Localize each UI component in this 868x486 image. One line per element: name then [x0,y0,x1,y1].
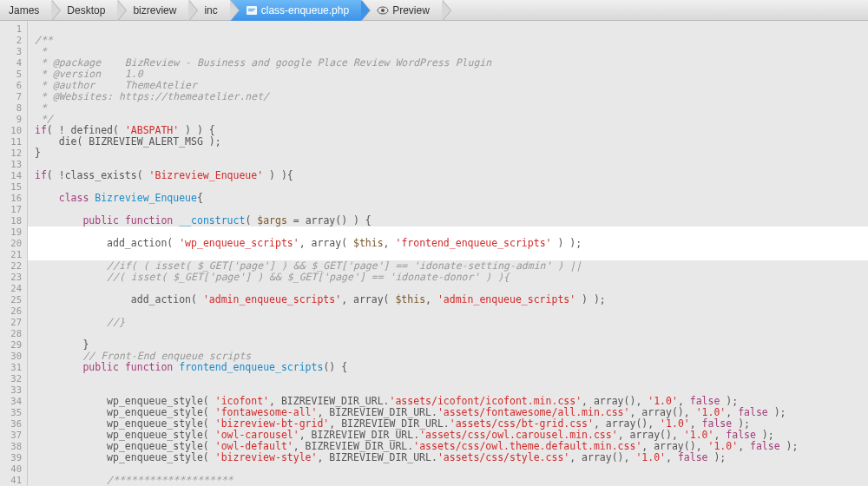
line-number: 18 [0,215,27,227]
line-number: 30 [0,351,27,362]
line-number: 21 [0,249,27,260]
line-number: 36 [0,418,27,430]
code-line[interactable]: add_action( 'wp_enqueue_scripts', array(… [28,238,868,249]
line-number-gutter: 1234567891011121314151617181920212223242… [0,21,28,486]
breadcrumb: James Desktop bizreview inc class-enqueu… [0,0,868,21]
line-number: 4 [0,57,27,69]
eye-icon [377,4,389,16]
code-line[interactable]: public function frontend_enqueue_scripts… [28,362,868,373]
line-number: 24 [0,283,27,294]
code-line[interactable] [28,23,868,35]
code-line[interactable] [28,305,868,317]
code-line[interactable]: * @Websites: https://themeatelier.net/ [28,91,868,102]
line-number: 26 [0,305,27,317]
code-line[interactable]: add_action( 'admin_enqueue_scripts', arr… [28,294,868,305]
line-number: 16 [0,193,27,204]
code-line[interactable] [28,373,868,384]
code-line[interactable]: } [28,148,868,159]
line-number: 12 [0,148,27,159]
line-number: 32 [0,373,27,384]
code-line[interactable]: //} [28,317,868,328]
line-number: 13 [0,159,27,170]
line-number: 17 [0,204,27,215]
line-number: 15 [0,181,27,193]
line-number: 28 [0,328,27,339]
line-number: 9 [0,114,27,125]
line-number: 20 [0,238,27,249]
crumb-bizreview[interactable]: bizreview [117,0,188,21]
line-number: 23 [0,272,27,283]
line-number: 38 [0,441,27,452]
line-number: 40 [0,463,27,475]
crumb-james[interactable]: James [0,0,51,21]
line-number: 35 [0,407,27,418]
code-line[interactable]: if( !class_exists( 'Bizreview_Enqueue' )… [28,170,868,181]
line-number: 2 [0,35,27,46]
code-line[interactable]: class Bizreview_Enqueue{ [28,193,868,204]
code-line[interactable]: /** [28,35,868,46]
line-number: 3 [0,46,27,57]
code-area[interactable]: /** * * @package BizReview - Business an… [28,21,868,486]
code-line[interactable]: * [28,102,868,114]
svg-rect-1 [248,9,255,10]
crumb-desktop[interactable]: Desktop [51,0,117,21]
line-number: 19 [0,227,27,238]
code-line[interactable]: public function __construct( $args = arr… [28,215,868,227]
code-line[interactable]: /******************** [28,475,868,486]
line-number: 27 [0,317,27,328]
line-number: 34 [0,396,27,407]
line-number: 14 [0,170,27,181]
code-editor[interactable]: 1234567891011121314151617181920212223242… [0,21,868,486]
code-line[interactable]: die( BIZREVIEW_ALERT_MSG ); [28,136,868,148]
code-line[interactable] [28,328,868,339]
line-number: 22 [0,260,27,272]
line-number: 10 [0,125,27,136]
line-number: 31 [0,362,27,373]
php-file-icon [246,4,258,16]
line-number: 29 [0,339,27,351]
line-number: 11 [0,136,27,148]
line-number: 25 [0,294,27,305]
line-number: 5 [0,69,27,80]
line-number: 7 [0,91,27,102]
line-number: 6 [0,80,27,91]
line-number: 39 [0,452,27,463]
line-number: 33 [0,384,27,396]
line-number: 37 [0,430,27,441]
code-line[interactable]: wp_enqueue_style( 'bizreview-style', BIZ… [28,452,868,463]
code-line[interactable]: * @package BizReview - Business and goog… [28,57,868,69]
svg-rect-2 [248,10,253,11]
crumb-preview[interactable]: Preview [361,0,442,21]
line-number: 41 [0,475,27,486]
line-number: 8 [0,102,27,114]
crumb-file[interactable]: class-enqueue.php [230,0,361,21]
svg-point-4 [381,9,385,12]
code-line[interactable]: //( isset( $_GET['page'] ) && $_GET['pag… [28,272,868,283]
line-number: 1 [0,23,27,35]
